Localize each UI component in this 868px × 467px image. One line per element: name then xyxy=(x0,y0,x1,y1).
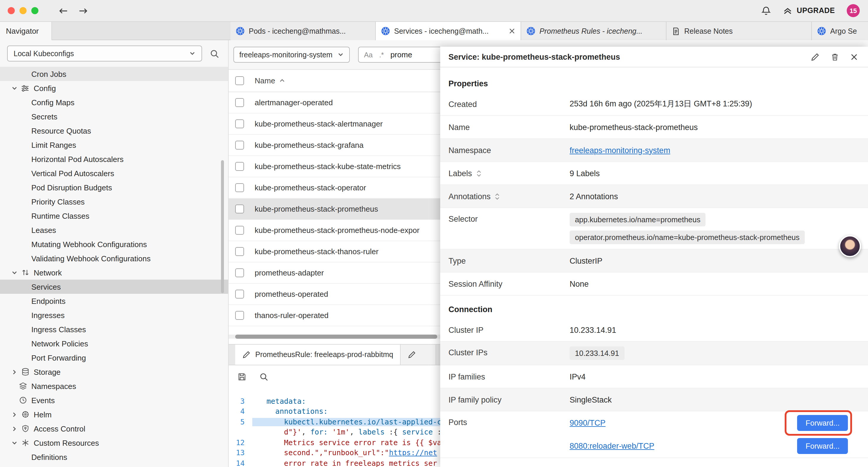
name-column-header[interactable]: Name xyxy=(255,76,275,85)
row-checkbox[interactable] xyxy=(235,290,244,298)
sidebar-item-runtime-classes[interactable]: Runtime Classes xyxy=(0,209,228,223)
sidebar-item-helm[interactable]: Helm xyxy=(0,407,228,421)
sidebar-item-config-maps[interactable]: Config Maps xyxy=(0,95,228,109)
sidebar-item-priority-classes[interactable]: Priority Classes xyxy=(0,195,228,209)
row-checkbox[interactable] xyxy=(235,141,244,150)
tab-label: Release Notes xyxy=(684,27,806,35)
match-case-toggle[interactable]: Aa xyxy=(364,51,373,59)
sidebar-scrollbar[interactable] xyxy=(221,160,224,293)
sidebar-item-label: Vertical Pod Autoscalers xyxy=(31,169,114,178)
tab-prometheus-rules-icecheng[interactable]: Prometheus Rules - icecheng... xyxy=(521,22,666,40)
editor-search-icon[interactable] xyxy=(259,372,268,381)
row-checkbox[interactable] xyxy=(235,247,244,256)
sidebar-item-vertical-pod-autoscalers[interactable]: Vertical Pod Autoscalers xyxy=(0,166,228,180)
regex-toggle[interactable]: .* xyxy=(379,51,384,59)
sidebar-item-storage[interactable]: Storage xyxy=(0,365,228,379)
chevron-right-icon[interactable] xyxy=(11,411,18,418)
sidebar-item-events[interactable]: Events xyxy=(0,393,228,407)
edit-icon[interactable] xyxy=(811,52,819,61)
upgrade-icon xyxy=(783,6,793,16)
select-all-checkbox[interactable] xyxy=(235,76,244,85)
floating-avatar[interactable] xyxy=(839,235,861,257)
expand-collapse-icon[interactable] xyxy=(495,193,500,200)
expand-collapse-icon[interactable] xyxy=(476,169,482,177)
sidebar-search-icon[interactable] xyxy=(210,49,219,58)
sidebar-item-mutating-webhook-configurations[interactable]: Mutating Webhook Configurations xyxy=(0,237,228,251)
tab-pods-icecheng-mathmas[interactable]: Pods - icecheng@mathmas... xyxy=(230,22,376,40)
sidebar-item-definitions[interactable]: Definitions xyxy=(0,450,228,464)
navigator-sidebar: Local Kubeconfigs Cron JobsConfigConfig … xyxy=(0,40,229,467)
chevron-right-icon[interactable] xyxy=(11,369,18,375)
sidebar-item-port-forwarding[interactable]: Port Forwarding xyxy=(0,351,228,365)
row-checkbox[interactable] xyxy=(235,311,244,320)
sidebar-item-horizontal-pod-autoscalers[interactable]: Horizontal Pod Autoscalers xyxy=(0,152,228,166)
sidebar-item-services[interactable]: Services xyxy=(0,280,228,294)
sidebar-item-ingresses[interactable]: Ingresses xyxy=(0,308,228,322)
sidebar-item-cron-jobs[interactable]: Cron Jobs xyxy=(0,67,228,81)
sidebar-item-validating-webhook-configurations[interactable]: Validating Webhook Configurations xyxy=(0,251,228,265)
back-arrow-icon[interactable] xyxy=(59,6,68,15)
namespace-link[interactable]: freeleaps-monitoring-system xyxy=(569,146,670,154)
close-window-button[interactable] xyxy=(8,7,15,14)
close-tab-icon[interactable] xyxy=(509,28,515,34)
row-checkbox[interactable] xyxy=(235,162,244,171)
row-checkbox[interactable] xyxy=(235,226,244,235)
navigator-panel-tab[interactable]: Navigator xyxy=(0,22,52,40)
sort-ascending-icon[interactable] xyxy=(279,78,285,84)
pencil-icon xyxy=(408,351,416,359)
chevron-down-icon[interactable] xyxy=(11,85,18,91)
sidebar-item-label: Storage xyxy=(34,368,61,376)
chevron-down-icon[interactable] xyxy=(11,269,18,276)
port-link[interactable]: 8080:reloader-web/TCP xyxy=(569,442,654,450)
sidebar-item-ingress-classes[interactable]: Ingress Classes xyxy=(0,322,228,337)
minimize-window-button[interactable] xyxy=(20,7,27,14)
sidebar-item-network-policies[interactable]: Network Policies xyxy=(0,337,228,351)
chevron-right-icon[interactable] xyxy=(11,425,18,432)
kubeconfig-selector[interactable]: Local Kubeconfigs xyxy=(7,46,202,61)
sidebar-item-leases[interactable]: Leases xyxy=(0,223,228,237)
upgrade-button[interactable]: UPGRADE xyxy=(783,6,835,16)
sidebar-item-secrets[interactable]: Secrets xyxy=(0,109,228,123)
forward-button[interactable]: Forward... xyxy=(797,438,848,454)
sidebar-item-limit-ranges[interactable]: Limit Ranges xyxy=(0,138,228,152)
editor-tab-partial[interactable] xyxy=(401,345,436,365)
detail-row-annotations: Annotations2 Annotations xyxy=(440,185,868,208)
row-checkbox[interactable] xyxy=(235,268,244,277)
tab-release-notes[interactable]: Release Notes xyxy=(666,22,812,40)
notifications-bell-icon[interactable] xyxy=(761,6,771,16)
editor-tab-label: PrometheusRule: freeleaps-prod-rabbitmq xyxy=(255,351,393,359)
namespace-filter-dropdown[interactable]: freeleaps-monitoring-system xyxy=(234,47,350,63)
service-name: kube-prometheus-stack-alertmanager xyxy=(255,119,383,128)
save-icon[interactable] xyxy=(238,372,246,381)
notification-count-badge[interactable]: 15 xyxy=(847,4,860,17)
search-input[interactable]: prome xyxy=(390,50,412,59)
row-checkbox[interactable] xyxy=(235,183,244,192)
kubernetes-icon xyxy=(236,27,245,35)
forward-button[interactable]: Forward... xyxy=(797,415,848,431)
port-link[interactable]: 9090/TCP xyxy=(569,418,606,428)
sidebar-item-resource-quotas[interactable]: Resource Quotas xyxy=(0,123,228,138)
tab-services-icecheng-math[interactable]: Services - icecheng@math... xyxy=(376,22,521,40)
tab-label: Pods - icecheng@mathmas... xyxy=(249,27,370,35)
row-checkbox[interactable] xyxy=(235,119,244,128)
sidebar-item-access-control[interactable]: Access Control xyxy=(0,421,228,436)
service-name: prometheus-operated xyxy=(255,290,328,298)
row-checkbox[interactable] xyxy=(235,205,244,213)
detail-value: 10.233.14.91 xyxy=(569,325,858,334)
row-checkbox[interactable] xyxy=(235,98,244,107)
sidebar-item-config[interactable]: Config xyxy=(0,81,228,95)
editor-tab-prometheusrule[interactable]: PrometheusRule: freeleaps-prod-rabbitmq xyxy=(235,345,401,365)
close-icon[interactable] xyxy=(850,53,858,61)
sidebar-item-pod-disruption-budgets[interactable]: Pod Disruption Budgets xyxy=(0,180,228,195)
sidebar-item-network[interactable]: Network xyxy=(0,265,228,280)
horizontal-scrollbar-thumb[interactable] xyxy=(235,334,437,339)
delete-trash-icon[interactable] xyxy=(831,52,839,61)
tab-label: Prometheus Rules - icecheng... xyxy=(539,27,660,35)
sidebar-item-endpoints[interactable]: Endpoints xyxy=(0,294,228,308)
forward-arrow-icon[interactable] xyxy=(78,6,88,15)
tab-argo-se[interactable]: Argo Se xyxy=(812,22,868,40)
sidebar-item-namespaces[interactable]: Namespaces xyxy=(0,379,228,393)
zoom-window-button[interactable] xyxy=(31,7,38,14)
sidebar-item-custom-resources[interactable]: Custom Resources xyxy=(0,436,228,450)
chevron-down-icon[interactable] xyxy=(11,439,18,446)
